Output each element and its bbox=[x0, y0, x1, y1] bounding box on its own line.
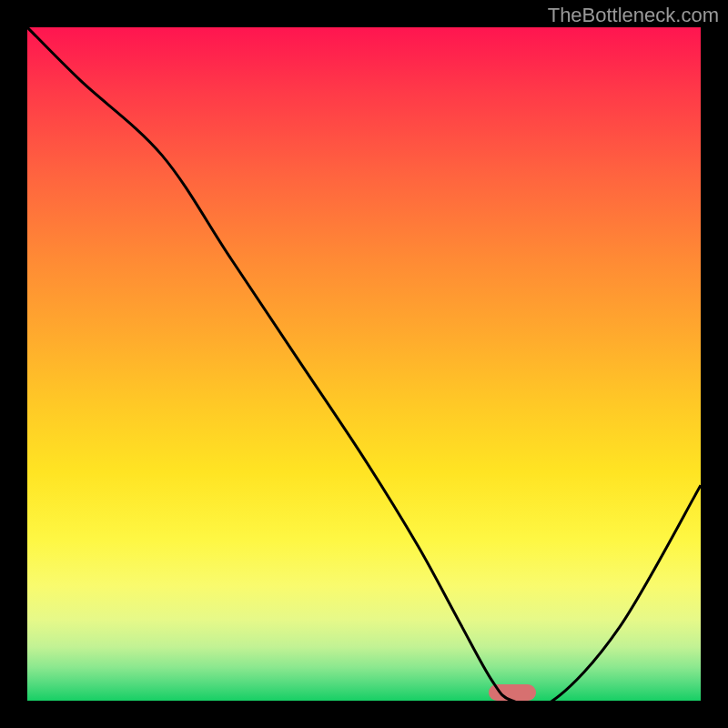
bottleneck-curve bbox=[27, 27, 701, 701]
watermark-label: TheBottleneck.com bbox=[548, 4, 719, 27]
plot-area bbox=[27, 27, 701, 701]
curve-path bbox=[27, 27, 701, 701]
chart-frame: TheBottleneck.com bbox=[0, 0, 728, 728]
